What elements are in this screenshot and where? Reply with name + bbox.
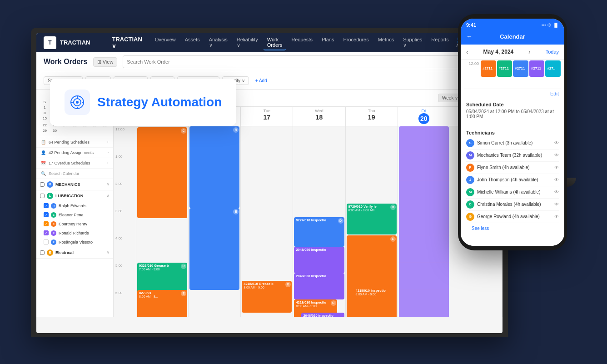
cal-date[interactable]: 29: [40, 128, 50, 133]
search-calendar[interactable]: 🔍 Search Calendar: [36, 169, 113, 179]
nav-procedures[interactable]: Procedures: [339, 35, 372, 50]
phone-header: ← Calendar: [461, 31, 564, 45]
event-initial: E: [181, 291, 186, 296]
eye-icon[interactable]: 👁: [554, 214, 559, 219]
phone-next-icon[interactable]: ›: [528, 48, 531, 55]
rosangela-name: Rosângela Vissoto: [59, 240, 93, 244]
pending-schedules[interactable]: 📋 64 Pending Schedules ›: [36, 137, 113, 148]
eye-icon[interactable]: 👁: [554, 153, 559, 158]
event-fri-1[interactable]: [399, 126, 449, 317]
cal-date[interactable]: 8: [40, 110, 50, 115]
phone-prev-icon[interactable]: ‹: [466, 48, 468, 55]
cal-date[interactable]: 30: [50, 128, 60, 133]
rosangela-checkbox[interactable]: [44, 239, 49, 244]
phone-back-btn[interactable]: ←: [466, 33, 473, 40]
event-thu-1[interactable]: 8729/010 Verify le 6:00 AM - 8:00 AM R: [347, 204, 397, 234]
team-electrical-header[interactable]: E Electrical ∨: [36, 247, 113, 258]
nav-assets[interactable]: Assets: [181, 35, 204, 50]
time-5am: 5:00: [114, 263, 136, 290]
event-title: 2048/020 Inspectio: [303, 314, 342, 317]
pending-assignments-label: 👤 42 Pending Assignments: [41, 150, 94, 155]
nav-analysis[interactable]: Analysis ∨: [205, 35, 231, 50]
team-group-electrical: E Electrical ∨: [36, 247, 113, 259]
event-wed-1[interactable]: 9274/010 Inspectio D: [294, 217, 344, 247]
electrical-checkbox[interactable]: [40, 250, 45, 255]
george-name: George Rowland (4h available): [477, 214, 540, 219]
phone-time-label-12: 12:00: [464, 60, 479, 77]
day-col-mon: R E 2048/04 9:30 AM - 1 82: [189, 126, 241, 317]
lubrication-checkbox[interactable]: [40, 194, 45, 198]
nav-overview[interactable]: Overview: [151, 35, 179, 50]
eye-icon[interactable]: 👁: [554, 189, 559, 194]
member-eleanor: ✓ E Eleanor Pena: [36, 210, 113, 219]
phone-event-chip-3[interactable]: #2711: [513, 60, 528, 77]
slot: [241, 126, 293, 154]
event-sun-3[interactable]: 8273/01 8:00 AM - 8... E: [137, 290, 187, 317]
eye-icon[interactable]: 👁: [554, 165, 559, 170]
day-name-fri: Fri: [401, 109, 447, 113]
see-less-btn[interactable]: See less: [466, 223, 559, 234]
dropdown-brand[interactable]: TRACTIAN ∨: [112, 36, 142, 50]
team-mechanics-header[interactable]: M MECHANICS ∨: [36, 179, 113, 190]
event-time: 7:00 AM - 9:00: [139, 268, 185, 271]
nav-plans[interactable]: Plans: [318, 35, 338, 50]
eleanor-checkbox[interactable]: ✓: [44, 212, 49, 217]
signal-icon: ▪▪▪: [542, 23, 546, 27]
nav-reports[interactable]: Reports: [428, 35, 453, 50]
phone-event-chip-1[interactable]: #2711: [481, 60, 496, 77]
view-button[interactable]: ⊞ View: [93, 57, 118, 67]
team-lubrication-header[interactable]: L LUBRICATION ∧: [36, 190, 113, 201]
christina-name-area: C Christina Morales (4h available): [466, 200, 541, 209]
john-name-area: J John Thompson (4h available): [466, 176, 538, 184]
phone-event-chip-4[interactable]: #2711: [529, 60, 545, 77]
event-wed-3[interactable]: 2048/030 Inspectio: [294, 273, 344, 299]
ronald-checkbox[interactable]: ✓: [44, 230, 49, 235]
cal-date[interactable]: 15: [40, 116, 50, 122]
search-wo-input[interactable]: [123, 55, 495, 68]
cal-date[interactable]: 1: [40, 105, 50, 110]
phone-event-chip-2[interactable]: #2711: [497, 60, 512, 77]
nav-workorders[interactable]: Work Orders: [264, 35, 286, 50]
member-ralph: ✓ R Ralph Edwards: [36, 201, 113, 210]
time-6am: 6:00: [114, 290, 136, 317]
mechanics-checkbox[interactable]: [40, 182, 45, 187]
ronald-name: Ronald Richards: [59, 231, 89, 235]
eye-icon[interactable]: 👁: [554, 177, 559, 182]
event-thu-3[interactable]: 4218/010 Inspectio 8:00 AM - 9:00: [354, 288, 397, 317]
add-filter-btn[interactable]: + Add: [252, 77, 271, 85]
member-courtney: ✓ C Courtney Henry: [36, 219, 113, 229]
technicians-label: Technicians: [466, 130, 559, 135]
wo-header: Work Orders ⊞ View: [36, 52, 503, 72]
eye-icon[interactable]: 👁: [554, 202, 559, 207]
event-mon-2[interactable]: E: [189, 208, 239, 290]
ralph-checkbox[interactable]: ✓: [44, 203, 49, 208]
chevron-up-icon: ∧: [107, 194, 109, 198]
laptop-frame: T TRACTIAN TRACTIAN ∨ Overview Assets An…: [31, 5, 576, 359]
logo-area: T TRACTIAN: [44, 36, 90, 49]
event-wed-2[interactable]: 2048/050 Inspectio: [294, 247, 344, 273]
phone-event-chip-5[interactable]: #27..: [545, 60, 561, 77]
event-sun-1[interactable]: C: [137, 127, 187, 218]
pending-assignments[interactable]: 👤 42 Pending Assignments ›: [36, 148, 113, 158]
event-initial: R: [390, 204, 396, 210]
time-col: 12:00 1:00 2:00 3:00 4:00 5:00 6:00 7:00…: [114, 126, 136, 317]
courtney-checkbox[interactable]: ✓: [44, 221, 49, 226]
event-time: 8:00 AM - 9:00: [296, 304, 335, 308]
event-tue-1[interactable]: 4218/010 Grease b 8:00 AM - 9:00 E: [242, 281, 292, 313]
phone-today-btn[interactable]: Today: [546, 49, 559, 55]
nav-metrics[interactable]: Metrics: [374, 35, 398, 50]
event-mon-1[interactable]: R: [189, 126, 239, 208]
cal-date[interactable]: 22: [40, 123, 50, 128]
nav-supplies[interactable]: Supplies ∨: [399, 35, 426, 50]
nav-links: Overview Assets Analysis ∨ Reliability ∨…: [151, 35, 453, 50]
nav-requests[interactable]: Requests: [288, 35, 316, 50]
eye-icon[interactable]: 👁: [554, 140, 559, 145]
christina-name: Christina Morales (4h available): [477, 202, 541, 207]
event-wed-5[interactable]: 2048/020 Inspectio: [301, 313, 344, 317]
john-badge: J: [466, 176, 474, 184]
overdue-schedules[interactable]: 📅 17 Overdue Schedules ›: [36, 158, 113, 169]
nav-reliability[interactable]: Reliability ∨: [233, 35, 262, 50]
edit-btn[interactable]: Edit: [461, 89, 564, 98]
chevron-right-icon: ›: [107, 140, 109, 144]
event-title: 2048/050 Inspectio: [296, 248, 342, 252]
